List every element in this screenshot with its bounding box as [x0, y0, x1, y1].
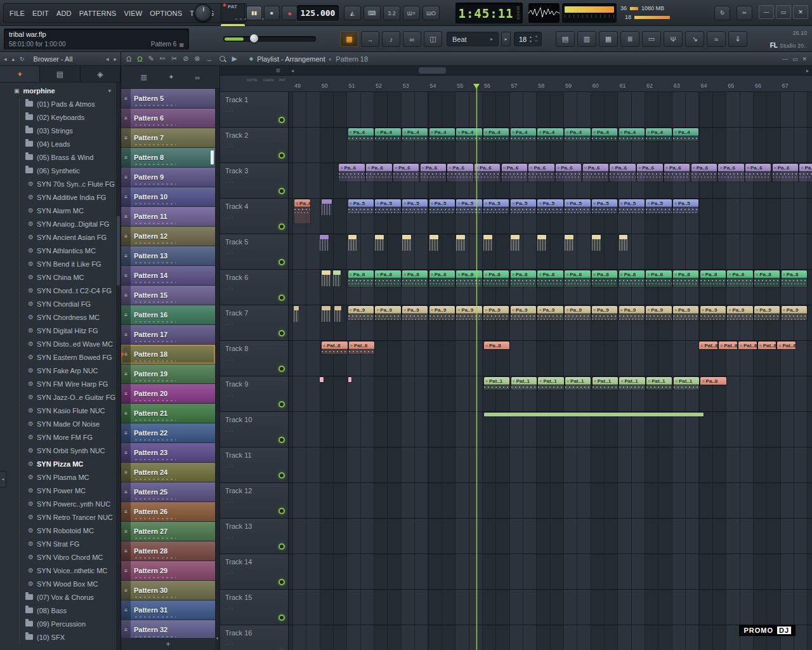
pattern-link-icon[interactable]: ∞: [195, 74, 200, 81]
pattern-clip[interactable]: ≡Pa..8: [700, 270, 726, 287]
pattern-clip[interactable]: ≡Pat..1: [565, 377, 591, 390]
track-header[interactable]: Track 15...: [220, 590, 289, 625]
pattern-clip[interactable]: ≡Pat..1: [511, 377, 537, 390]
record-arm-button[interactable]: [278, 117, 285, 123]
pattern-item[interactable]: ≡Pattern 20: [121, 384, 215, 403]
track-lane[interactable]: [289, 519, 812, 554]
maximize-button[interactable]: ▭: [776, 5, 791, 19]
refresh-icon[interactable]: ↻: [20, 56, 25, 62]
browser-item-preset[interactable]: ⚙SYN Strat FG: [0, 537, 116, 550]
track-lane[interactable]: [289, 483, 812, 518]
main-volume-knob[interactable]: [194, 4, 212, 22]
tab-plugins[interactable]: ◈: [81, 66, 121, 82]
browser-item-folder[interactable]: (08) Bass: [0, 604, 116, 617]
track-header[interactable]: Track 11...: [220, 448, 289, 482]
horizontal-scrollbar[interactable]: ▥ ◂ ▸: [220, 66, 812, 76]
browser-item-preset[interactable]: ⚙SYN Wood Box MC: [0, 577, 116, 590]
browser-item-preset[interactable]: ⚙SYN Retro Trancer NUC: [0, 510, 116, 524]
pattern-clip[interactable]: [484, 413, 704, 416]
view-channel-rack-button[interactable]: ▦: [599, 31, 618, 47]
browser-item-root[interactable]: ▣morphine▾: [0, 84, 116, 97]
overdub-button[interactable]: Ш+: [403, 6, 420, 20]
pattern-item[interactable]: ≡Pattern 10: [121, 187, 215, 206]
track-header[interactable]: Track 4...: [220, 199, 289, 234]
browser-item-folder[interactable]: (02) Keyboards: [0, 110, 116, 124]
pattern-clip[interactable]: ≡Pa..5: [483, 199, 509, 213]
slider-thumb[interactable]: [250, 34, 258, 43]
pattern-clip[interactable]: ≡Pa..4: [348, 128, 374, 141]
browser-scrollbar[interactable]: [116, 83, 121, 650]
pencil-icon[interactable]: ✎: [148, 55, 154, 63]
browser-item-preset[interactable]: ⚙SYN 70s Syn..c Flute FG: [0, 177, 116, 190]
pattern-clip[interactable]: [619, 235, 628, 251]
pattern-clip[interactable]: ≡Pa..9: [619, 306, 645, 320]
snap-select[interactable]: Beat ▸: [447, 32, 499, 46]
pattern-clip[interactable]: ≡Pa..5: [348, 199, 374, 213]
track-lane[interactable]: [289, 625, 812, 650]
track-lane[interactable]: ≡Pa..6≡Pa..6≡Pa..6≡Pa..6≡Pa..6≡Pa..6≡Pa.…: [289, 163, 812, 198]
pattern-item[interactable]: ≡Pattern 11: [121, 207, 215, 226]
record-arm-button[interactable]: [278, 188, 285, 194]
browser-item-preset[interactable]: ⚙SYN Plasma MC: [0, 470, 116, 484]
track-header[interactable]: Track 10...: [220, 412, 289, 447]
pattern-clip[interactable]: ≡Pa..4: [565, 128, 590, 141]
pattern-clip[interactable]: ≡Pat..8: [777, 342, 796, 349]
browser-item-folder[interactable]: (07) Vox & Chorus: [0, 590, 116, 604]
browser-item-folder[interactable]: (04) Leads: [0, 137, 116, 150]
pattern-knobs-icon[interactable]: ✦: [168, 73, 174, 81]
pattern-clip[interactable]: [322, 306, 331, 322]
pattern-clip[interactable]: ≡Pa..5: [375, 199, 400, 213]
metronome-button[interactable]: ◭: [344, 6, 361, 20]
pattern-grid-icon[interactable]: ▥: [141, 73, 147, 81]
track-header[interactable]: Track 2...: [220, 128, 289, 162]
pattern-clip[interactable]: [483, 235, 492, 251]
pattern-clip[interactable]: [348, 377, 352, 382]
pattern-clip[interactable]: ≡Pa..6: [637, 164, 662, 182]
panel-collapse-handle[interactable]: ◂: [0, 471, 6, 488]
pattern-clip[interactable]: ≡Pa..6: [773, 164, 798, 182]
pattern-clip[interactable]: [537, 235, 546, 251]
browser-item-folder[interactable]: (05) Brass & Wind: [0, 150, 116, 164]
pattern-clip[interactable]: ≡Pa..8: [537, 270, 563, 287]
pattern-clip[interactable]: ≡Pa..4: [483, 128, 509, 141]
browser-scroll-thumb[interactable]: [117, 216, 120, 286]
pattern-clip[interactable]: ≡Pa..8: [565, 270, 590, 287]
pattern-clip[interactable]: [334, 306, 341, 322]
browser-item-preset[interactable]: ⚙SYN Eastern Bowed FG: [0, 350, 116, 364]
pattern-clip[interactable]: ≡Pa..8: [646, 270, 671, 287]
pattern-item[interactable]: ≡Pattern 32: [121, 620, 215, 638]
pattern-clip[interactable]: ≡Pat..8: [719, 342, 737, 349]
pattern-clip[interactable]: ≡Pat..8: [322, 342, 347, 354]
pattern-clip[interactable]: ≡Pa..4: [375, 128, 400, 141]
record-arm-button[interactable]: [278, 579, 285, 585]
step-forward-button[interactable]: →: [361, 31, 379, 47]
pattern-clip[interactable]: [294, 306, 299, 322]
add-pattern-button[interactable]: +: [121, 638, 215, 650]
pattern-clip[interactable]: [592, 235, 601, 251]
browser-item-preset[interactable]: ⚙SYN Fake Arp NUC: [0, 364, 116, 377]
mute-icon[interactable]: ⊗: [194, 55, 200, 63]
pattern-clip[interactable]: ≡Pa..5: [565, 199, 590, 213]
pattern-clip[interactable]: ≡Pa..9: [348, 306, 374, 320]
pattern-clip[interactable]: ≡Pa..8: [619, 270, 645, 287]
pattern-clip[interactable]: ≡Pa..4: [592, 128, 617, 141]
pattern-clip[interactable]: ≡Pa..8: [727, 270, 752, 287]
pattern-item[interactable]: ≡Pattern 18: [121, 345, 215, 364]
track-lane[interactable]: ≡Pa..6≡Pa..5≡Pa..5≡Pa..5≡Pa..5≡Pa..5≡Pa.…: [289, 199, 812, 234]
record-arm-button[interactable]: [278, 508, 285, 514]
browser-item-preset[interactable]: ⚙SYN Kasio Flute NUC: [0, 404, 116, 417]
close-button[interactable]: ✕: [793, 5, 808, 19]
browser-item-preset[interactable]: ⚙SYN Alarm MC: [0, 204, 116, 217]
pattern-item[interactable]: ≡Pattern 25: [121, 482, 215, 501]
pattern-item[interactable]: ≡Pattern 6: [121, 109, 215, 128]
piano-roll-button[interactable]: ♪: [382, 31, 400, 47]
pattern-clip[interactable]: ≡Pa..8: [429, 270, 455, 287]
tab-all[interactable]: +: [0, 66, 40, 82]
browser-item-preset[interactable]: ⚙SYN Digital Hitz FG: [0, 324, 116, 337]
close-all-button[interactable]: ⇓: [728, 31, 747, 47]
time-display[interactable]: 1:45:11 M:S:CS: [455, 3, 523, 23]
pattern-clip[interactable]: ≡Pa..8: [782, 270, 807, 287]
playlist-minimize-icon[interactable]: —: [782, 56, 788, 62]
browser-item-preset[interactable]: ⚙SYN Athlantics MC: [0, 244, 116, 257]
pattern-clip[interactable]: ≡Pa..6: [294, 199, 310, 223]
